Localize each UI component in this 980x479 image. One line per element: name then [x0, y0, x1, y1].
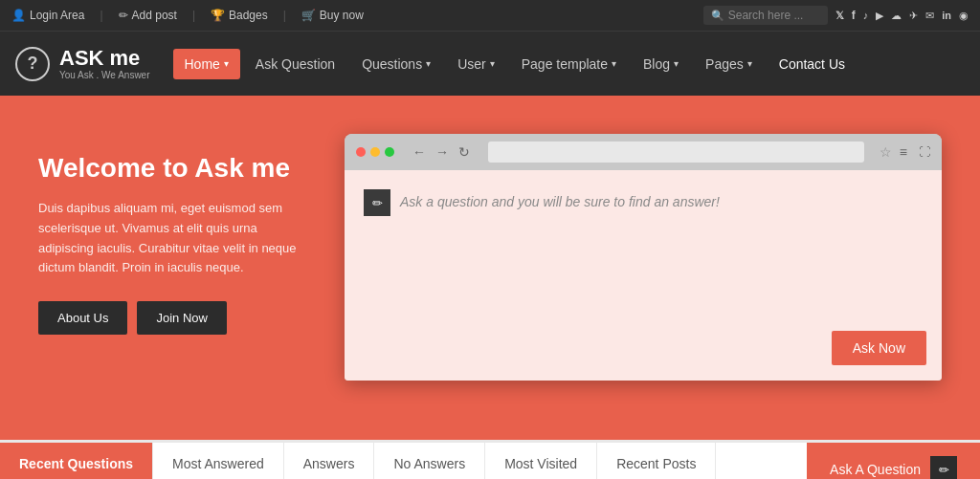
ask-question-pencil-icon: ✏ [930, 456, 957, 479]
pencil-icon: ✏ [372, 196, 383, 210]
telegram-icon[interactable]: ✈ [909, 10, 918, 22]
search-icon: 🔍 [711, 10, 724, 22]
fullscreen-icon[interactable]: ⛶ [919, 145, 930, 159]
tabs-row: Recent Questions Most Answered Answers N… [0, 443, 980, 479]
join-now-button[interactable]: Join Now [137, 301, 226, 335]
hero-title: Welcome to Ask me [38, 153, 316, 184]
bookmark-icon[interactable]: ☆ [880, 144, 892, 160]
hero-description: Duis dapibus aliquam mi, eget euismod se… [38, 199, 316, 278]
browser-toolbar: ← → ↻ ☆ ≡ ⛶ [345, 134, 942, 170]
about-us-button[interactable]: About Us [38, 301, 127, 335]
nav-page-template[interactable]: Page template ▾ [510, 49, 628, 79]
ask-placeholder[interactable]: Ask a question and you will be sure to f… [400, 189, 720, 209]
ask-pencil-icon: ✏ [364, 189, 390, 216]
linkedin-icon[interactable]: in [942, 10, 951, 21]
nav-blog[interactable]: Blog ▾ [632, 49, 690, 79]
close-dot[interactable] [356, 147, 366, 157]
nav-items: Home ▾ Ask Question Questions ▾ User ▾ P… [173, 49, 966, 79]
nav-pages[interactable]: Pages ▾ [694, 49, 764, 79]
browser-menu-icon[interactable]: ≡ [900, 144, 907, 160]
nav-questions[interactable]: Questions ▾ [350, 49, 442, 79]
nav-contact[interactable]: Contact Us [768, 49, 857, 79]
questions-chevron-icon: ▾ [426, 58, 431, 69]
tab-recent-questions[interactable]: Recent Questions [0, 443, 153, 479]
top-bar: 👤 Login Area | ✏ Add post | 🏆 Badges | 🛒… [0, 0, 980, 31]
skype-icon[interactable]: ☁ [891, 10, 902, 22]
maximize-dot[interactable] [385, 147, 394, 157]
page-template-chevron-icon: ▾ [612, 58, 616, 69]
search-box[interactable]: 🔍 Search here ... [703, 6, 828, 25]
logo-text: ASK me You Ask . We Answer [59, 47, 150, 80]
browser-traffic-lights [356, 147, 394, 157]
divider-2: | [192, 9, 195, 22]
rss-icon[interactable]: ◉ [959, 10, 969, 22]
tab-most-answered[interactable]: Most Answered [153, 443, 284, 479]
logo-area[interactable]: ? ASK me You Ask . We Answer [15, 47, 150, 81]
back-button[interactable]: ← [410, 144, 429, 160]
tiktok-icon[interactable]: ♪ [863, 10, 869, 21]
add-post-link[interactable]: ✏ Add post [119, 9, 177, 22]
social-icons: 𝕏 f ♪ ▶ ☁ ✈ ✉ in ◉ [835, 9, 969, 22]
pages-chevron-icon: ▾ [747, 58, 752, 69]
reload-button[interactable]: ↻ [456, 144, 473, 160]
trophy-icon: 🏆 [211, 9, 225, 22]
bottom-section: Recent Questions Most Answered Answers N… [0, 440, 980, 479]
user-icon: 👤 [11, 9, 26, 22]
logo-subtitle: You Ask . We Answer [59, 70, 150, 80]
main-nav: ? ASK me You Ask . We Answer Home ▾ Ask … [0, 31, 980, 96]
logo-icon: ? [15, 47, 50, 81]
user-chevron-icon: ▾ [490, 58, 495, 69]
badges-link[interactable]: 🏆 Badges [211, 9, 268, 22]
browser-nav-buttons: ← → ↻ [410, 144, 473, 160]
browser-mockup: ← → ↻ ☆ ≡ ⛶ ✏ Ask a question and you wil… [345, 134, 942, 381]
nav-home[interactable]: Home ▾ [173, 49, 240, 79]
address-bar[interactable] [488, 142, 864, 163]
forward-button[interactable]: → [433, 144, 452, 160]
tab-answers[interactable]: Answers [284, 443, 375, 479]
twitter-icon[interactable]: 𝕏 [835, 10, 844, 22]
tab-most-visited[interactable]: Most Visited [485, 443, 597, 479]
divider-3: | [283, 9, 286, 22]
facebook-icon[interactable]: f [852, 9, 856, 22]
divider-1: | [100, 9, 102, 22]
top-bar-right: 🔍 Search here ... 𝕏 f ♪ ▶ ☁ ✈ ✉ in ◉ [703, 6, 969, 25]
ask-input-area: ✏ Ask a question and you will be sure to… [364, 189, 923, 304]
top-bar-left: 👤 Login Area | ✏ Add post | 🏆 Badges | 🛒… [11, 9, 703, 22]
email-icon[interactable]: ✉ [925, 10, 934, 22]
tab-recent-posts[interactable]: Recent Posts [597, 443, 716, 479]
login-area-link[interactable]: 👤 Login Area [11, 9, 84, 22]
nav-ask-question[interactable]: Ask Question [244, 49, 346, 79]
youtube-icon[interactable]: ▶ [876, 10, 883, 22]
nav-user[interactable]: User ▾ [446, 49, 506, 79]
pencil-icon: ✏ [119, 9, 128, 22]
logo-title: ASK me [59, 47, 150, 70]
tab-no-answers[interactable]: No Answers [374, 443, 485, 479]
hero-buttons: About Us Join Now [38, 301, 316, 335]
hero-section: Welcome to Ask me Duis dapibus aliquam m… [0, 96, 980, 440]
ask-question-area: Ask A Question ✏ [807, 443, 980, 479]
home-chevron-icon: ▾ [224, 58, 229, 69]
browser-content: ✏ Ask a question and you will be sure to… [345, 170, 942, 381]
cart-icon: 🛒 [301, 9, 316, 22]
minimize-dot[interactable] [370, 147, 380, 157]
ask-now-button[interactable]: Ask Now [832, 331, 926, 365]
hero-left: Welcome to Ask me Duis dapibus aliquam m… [38, 134, 316, 335]
buy-now-link[interactable]: 🛒 Buy now [301, 9, 364, 22]
blog-chevron-icon: ▾ [674, 58, 679, 69]
ask-a-question-button[interactable]: Ask A Question ✏ [807, 443, 980, 479]
